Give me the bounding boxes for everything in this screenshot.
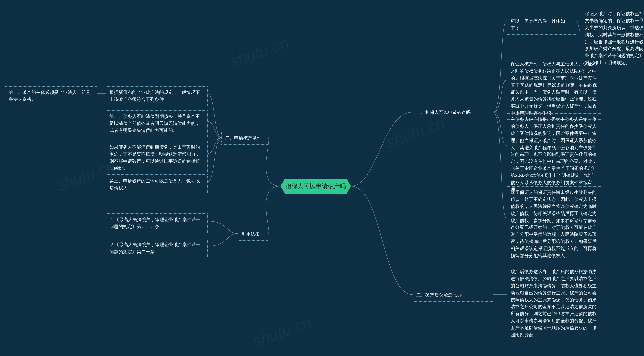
citations-title[interactable]: 引用法条: [238, 228, 268, 241]
root-node[interactable]: 担保人可以申请破产吗: [280, 179, 351, 194]
section1-child2[interactable]: 保证人破产时，债权人与主债务人、保证人之间的债权债务纠纷正在人民法院审理之中的。…: [507, 58, 602, 120]
watermark: shutu.cn: [384, 114, 447, 152]
section3-title[interactable]: 三、破产后欠款怎么办: [413, 289, 493, 302]
section1-title[interactable]: 一、担保人可以申请破产吗: [413, 106, 493, 119]
section2-child3[interactable]: 如果债务人不能清偿到期债务，是出于暂时的困难，而不是资不抵债，明显缺乏清偿能力，…: [106, 141, 208, 175]
mindmap-canvas: shutu.cn shutu.cn shutu.cn shutu.cn: [0, 0, 644, 356]
section1-child3[interactable]: 主债务人破产情形。因为主债务人是第一位的债务人，保证人承担责任的多少受债权人破产…: [507, 113, 602, 196]
section2-intro-sub[interactable]: 第一、破产的主体必须是企业法人，即具备法人资格。: [5, 86, 97, 106]
root-title: 担保人可以申请破产吗: [286, 182, 346, 190]
section2-child2[interactable]: 第二、债务人不能清偿到期债务，并且资产不足以清偿全部债务或者明显缺乏清偿能力的，…: [106, 110, 208, 137]
section1-child1[interactable]: 可以，但是有条件，具体如下：: [507, 15, 576, 35]
section2-child4[interactable]: 第三、申请破产的主体可以是债务人，也可以是债权人。: [106, 175, 208, 194]
citation-item-1[interactable]: [1]《最高人民法院关于审理企业破产案件若干问题的规定》第五十五条: [106, 213, 208, 233]
citation-item-2[interactable]: [2]《最高人民法院关于审理企业破产案件若干问题的规定》第二十条: [106, 239, 208, 258]
watermark: shutu.cn: [250, 312, 314, 351]
section1-child4[interactable]: 鉴于保证人的保证责任尚未经过生效判决的确认，处于不确定状态，因此，债权人申报债权…: [507, 186, 602, 262]
section2-title[interactable]: 二、申请破产条件: [221, 132, 268, 145]
section3-content[interactable]: 破产后债务这么办：破产后的债务根据顺序进行依法清偿。公司破产之后要以清算之后的公…: [507, 266, 602, 341]
watermark: shutu.cn: [228, 33, 291, 71]
section2-intro[interactable]: 根据新颁布的企业破产法的规定，一般情况下申请破产必须符合下列条件：: [106, 86, 208, 106]
